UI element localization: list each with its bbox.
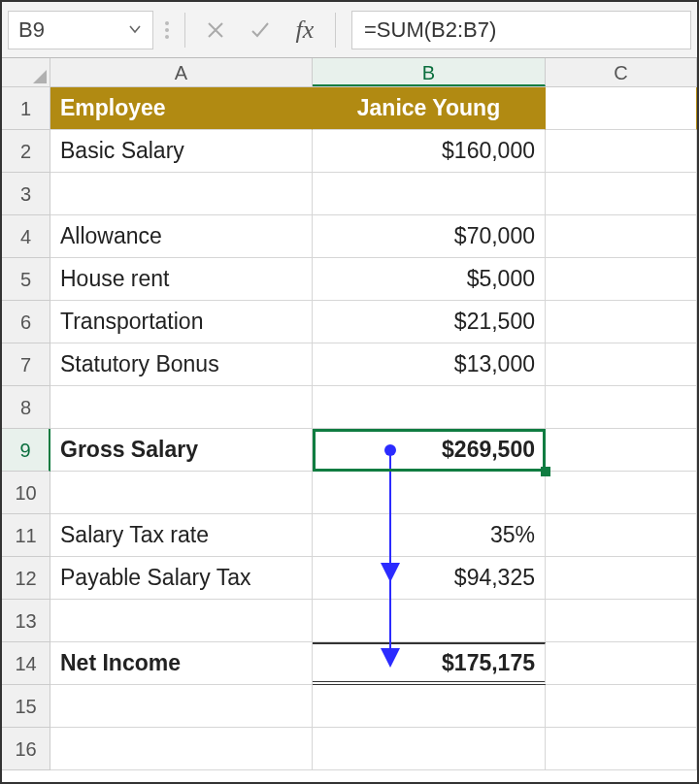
cell-c10[interactable]: [546, 472, 697, 514]
row-header[interactable]: 4: [2, 215, 50, 258]
formula-input[interactable]: =SUM(B2:B7): [351, 11, 691, 49]
cell-b11[interactable]: 35%: [313, 514, 546, 557]
row-header[interactable]: 6: [2, 301, 50, 343]
cell-a4[interactable]: Allowance: [50, 215, 313, 258]
row-header[interactable]: 12: [2, 557, 50, 600]
cell-b5[interactable]: $5,000: [313, 258, 546, 301]
cell-b7[interactable]: $13,000: [313, 343, 546, 386]
cell-a12[interactable]: Payable Salary Tax: [50, 557, 313, 600]
cell-b4[interactable]: $70,000: [313, 215, 546, 258]
table-row: 6 Transportation $21,500: [2, 301, 697, 343]
cell-a2[interactable]: Basic Salary: [50, 130, 313, 173]
cell-b16[interactable]: [313, 728, 546, 770]
cell-c8[interactable]: [546, 386, 697, 429]
cancel-icon[interactable]: [201, 16, 230, 45]
table-row: 16: [2, 728, 697, 770]
table-row: 12 Payable Salary Tax $94,325: [2, 557, 697, 600]
cell-a14[interactable]: Net Income: [50, 642, 313, 685]
cell-a16[interactable]: [50, 728, 313, 770]
cell-a3[interactable]: [50, 173, 313, 215]
cell-b3[interactable]: [313, 173, 546, 215]
cell-b15[interactable]: [313, 685, 546, 728]
table-row: 4 Allowance $70,000: [2, 215, 697, 258]
cell-c5[interactable]: [546, 258, 697, 301]
row-header[interactable]: 1: [2, 87, 50, 130]
fill-handle[interactable]: [541, 467, 550, 476]
separator: [335, 13, 336, 48]
table-row: 5 House rent $5,000: [2, 258, 697, 301]
cell-c4[interactable]: [546, 215, 697, 258]
cell-c3[interactable]: [546, 173, 697, 215]
cell-a15[interactable]: [50, 685, 313, 728]
table-row: 3: [2, 173, 697, 215]
cell-a5[interactable]: House rent: [50, 258, 313, 301]
cell-c15[interactable]: [546, 685, 697, 728]
table-row: 7 Statutory Bonus $13,000: [2, 343, 697, 386]
cell-b8[interactable]: [313, 386, 546, 429]
confirm-icon[interactable]: [246, 16, 275, 45]
column-header-a[interactable]: A: [50, 58, 313, 86]
row-header[interactable]: 9: [2, 429, 50, 472]
cell-c14[interactable]: [546, 642, 697, 685]
cell-a10[interactable]: [50, 472, 313, 514]
cell-b2[interactable]: $160,000: [313, 130, 546, 173]
fx-icon[interactable]: fx: [290, 16, 319, 45]
row-header[interactable]: 15: [2, 685, 50, 728]
grip-icon: [165, 21, 169, 39]
select-all-corner[interactable]: [2, 58, 50, 86]
cell-c7[interactable]: [546, 343, 697, 386]
row-header[interactable]: 8: [2, 386, 50, 429]
table-row: 1 Employee Janice Young: [2, 87, 697, 130]
separator: [184, 13, 185, 48]
formula-text: =SUM(B2:B7): [364, 17, 496, 43]
worksheet: A B C 1 Employee Janice Young 2 Basic Sa…: [2, 58, 697, 770]
cell-c6[interactable]: [546, 301, 697, 343]
cell-c13[interactable]: [546, 600, 697, 642]
formula-bar-icon-group: fx: [159, 13, 342, 48]
table-row: 9 Gross Salary $269,500: [2, 429, 697, 472]
cell-c11[interactable]: [546, 514, 697, 557]
cell-b12[interactable]: $94,325: [313, 557, 546, 600]
cell-a13[interactable]: [50, 600, 313, 642]
cell-a8[interactable]: [50, 386, 313, 429]
cell-b14[interactable]: $175,175: [313, 642, 546, 685]
formula-bar: B9 fx =SUM(B2:B7): [2, 2, 697, 58]
column-header-c[interactable]: C: [546, 58, 697, 86]
cell-b6[interactable]: $21,500: [313, 301, 546, 343]
cell-b10[interactable]: [313, 472, 546, 514]
table-row: 8: [2, 386, 697, 429]
row-header[interactable]: 3: [2, 173, 50, 215]
grid: 1 Employee Janice Young 2 Basic Salary $…: [2, 87, 697, 770]
table-row: 15: [2, 685, 697, 728]
cell-c12[interactable]: [546, 557, 697, 600]
cell-a6[interactable]: Transportation: [50, 301, 313, 343]
chevron-down-icon[interactable]: [127, 17, 143, 43]
cell-b13[interactable]: [313, 600, 546, 642]
cell-c9[interactable]: [546, 429, 697, 472]
row-header[interactable]: 16: [2, 728, 50, 770]
name-box-value: B9: [18, 17, 45, 43]
table-row: 11 Salary Tax rate 35%: [2, 514, 697, 557]
cell-a9[interactable]: Gross Salary: [50, 429, 313, 472]
row-header[interactable]: 2: [2, 130, 50, 173]
name-box[interactable]: B9: [8, 11, 153, 49]
cell-c1[interactable]: [546, 87, 697, 130]
row-header[interactable]: 13: [2, 600, 50, 642]
cell-b1[interactable]: Janice Young: [313, 87, 546, 130]
row-header[interactable]: 11: [2, 514, 50, 557]
row-header[interactable]: 10: [2, 472, 50, 514]
row-header[interactable]: 14: [2, 642, 50, 685]
table-row: 10: [2, 472, 697, 514]
table-row: 2 Basic Salary $160,000: [2, 130, 697, 173]
cell-a7[interactable]: Statutory Bonus: [50, 343, 313, 386]
cell-b9[interactable]: $269,500: [313, 429, 546, 472]
cell-a1[interactable]: Employee: [50, 87, 313, 130]
cell-c2[interactable]: [546, 130, 697, 173]
column-header-b[interactable]: B: [313, 58, 546, 86]
cell-a11[interactable]: Salary Tax rate: [50, 514, 313, 557]
column-header-row: A B C: [2, 58, 697, 87]
row-header[interactable]: 5: [2, 258, 50, 301]
table-row: 14 Net Income $175,175: [2, 642, 697, 685]
cell-c16[interactable]: [546, 728, 697, 770]
row-header[interactable]: 7: [2, 343, 50, 386]
